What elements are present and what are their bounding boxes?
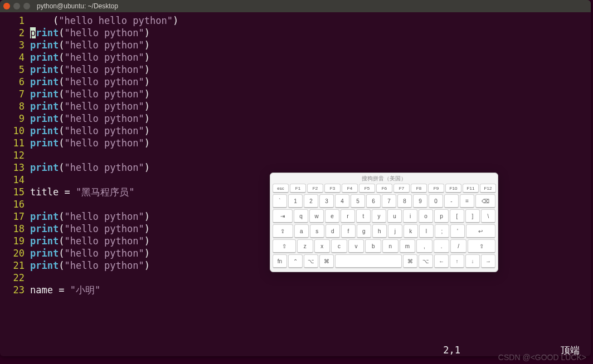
keyboard-key[interactable]: F9 [428,184,444,193]
keyboard-key[interactable]: ⌥ [419,254,433,268]
keyboard-key[interactable]: m [400,239,416,253]
keyboard-key[interactable]: ⇧ [468,239,495,253]
keyboard-key[interactable]: 0 [429,194,443,208]
keyboard-key[interactable]: ⇪ [273,224,293,238]
code-content[interactable]: print("hello python") [30,259,150,272]
keyboard-key[interactable]: F4 [342,184,358,193]
keyboard-key[interactable]: h [372,224,387,238]
keyboard-key[interactable]: 5 [351,194,365,208]
keyboard-key[interactable]: F10 [445,184,461,193]
code-line[interactable]: 3print("hello python") [0,39,591,51]
code-content[interactable]: name = "小明" [30,284,100,296]
keyboard-key[interactable]: F6 [376,184,392,193]
keyboard-key[interactable]: F8 [411,184,427,193]
keyboard-key[interactable]: u [387,209,402,223]
code-line[interactable]: 9print("hello python") [0,112,591,125]
code-line[interactable]: 23name = "小明" [0,284,591,296]
code-line[interactable]: 1 ("hello hello python") [0,14,591,27]
keyboard-key[interactable]: - [444,194,459,208]
keyboard-key[interactable]: r [341,209,355,223]
code-content[interactable]: print("hello python") [30,223,150,235]
code-line[interactable]: 7print("hello python") [0,88,591,100]
keyboard-key[interactable]: F1 [290,184,306,193]
keyboard-key[interactable]: 3 [319,194,334,208]
code-content[interactable]: ("hello hello python") [30,14,178,27]
keyboard-key[interactable]: F5 [359,184,375,193]
keyboard-key[interactable]: d [325,224,340,238]
code-content[interactable]: print("hello python") [30,161,150,174]
keyboard-key[interactable]: ⌘ [403,254,417,268]
keyboard-key[interactable]: w [309,209,324,223]
onscreen-keyboard[interactable]: 搜狗拼音（美国） escF1F2F3F4F5F6F7F8F9F10F11F12 … [270,173,498,272]
code-content[interactable]: print("hello python") [30,100,150,112]
keyboard-key[interactable]: ⌫ [475,194,495,208]
keyboard-key[interactable]: e [325,209,339,223]
keyboard-key[interactable]: F12 [480,184,496,193]
code-line[interactable]: 2print("hello python") [0,27,591,39]
code-content[interactable]: print("hello python") [30,137,150,149]
keyboard-key[interactable]: c [331,239,347,253]
keyboard-key[interactable]: 2 [304,194,318,208]
code-content[interactable]: print("hello python") [30,88,150,100]
keyboard-key[interactable]: 9 [413,194,427,208]
keyboard-key[interactable]: k [404,224,418,238]
code-content[interactable]: print("hello python") [30,76,150,88]
code-content[interactable]: print("hello python") [30,210,150,223]
keyboard-key[interactable]: 6 [366,194,381,208]
keyboard-key[interactable]: i [403,209,417,223]
keyboard-key[interactable]: ] [465,209,480,223]
keyboard-key[interactable]: ` [273,194,287,208]
code-line[interactable]: 22 [0,272,591,284]
keyboard-key[interactable]: a [294,224,309,238]
code-content[interactable]: print("hello python") [30,235,150,247]
keyboard-key[interactable]: v [348,239,364,253]
keyboard-key[interactable]: 8 [397,194,412,208]
keyboard-key[interactable]: ↑ [450,254,464,268]
keyboard-key[interactable]: 7 [382,194,396,208]
keyboard-key[interactable]: g [357,224,371,238]
keyboard-key[interactable]: ' [450,224,465,238]
keyboard-key[interactable]: s [310,224,324,238]
close-icon[interactable] [3,3,10,9]
keyboard-key[interactable]: \ [481,209,495,223]
code-line[interactable]: 13print("hello python") [0,161,591,174]
code-line[interactable]: 4print("hello python") [0,51,591,63]
keyboard-key[interactable]: z [297,239,313,253]
keyboard-key[interactable]: o [419,209,433,223]
keyboard-key[interactable]: F3 [324,184,341,193]
keyboard-key[interactable]: fn [273,254,287,268]
maximize-icon[interactable] [23,3,30,9]
code-line[interactable]: 10print("hello python") [0,125,591,137]
code-content[interactable]: print("hello python") [30,247,150,259]
keyboard-key[interactable]: ⌘ [319,254,334,268]
keyboard-key[interactable]: ⇥ [273,209,293,223]
titlebar[interactable]: python@ubuntu: ~/Desktop [0,0,591,12]
keyboard-key[interactable]: b [365,239,381,253]
minimize-icon[interactable] [13,3,20,9]
keyboard-key[interactable]: j [388,224,402,238]
keyboard-key[interactable]: F11 [463,184,479,193]
keyboard-key[interactable]: ⌥ [304,254,318,268]
code-line[interactable]: 5print("hello python") [0,63,591,76]
keyboard-key[interactable]: ⌃ [288,254,303,268]
code-line[interactable]: 12 [0,149,591,161]
keyboard-key[interactable]: 4 [335,194,349,208]
code-content[interactable]: print("hello python") [30,112,150,125]
keyboard-key[interactable]: , [416,239,432,253]
keyboard-key[interactable]: l [419,224,434,238]
keyboard-key[interactable]: ↩ [466,224,495,238]
keyboard-key[interactable]: y [372,209,386,223]
keyboard-key[interactable]: F2 [307,184,323,193]
keyboard-key[interactable]: 1 [288,194,303,208]
code-line[interactable]: 8print("hello python") [0,100,591,112]
keyboard-key[interactable] [335,254,402,268]
code-content[interactable]: title = "黑马程序员" [30,186,134,198]
keyboard-key[interactable]: p [434,209,449,223]
keyboard-key[interactable]: x [314,239,330,253]
code-content[interactable]: print("hello python") [30,51,150,63]
keyboard-key[interactable]: [ [450,209,464,223]
keyboard-key[interactable]: n [382,239,398,253]
keyboard-key[interactable]: → [481,254,495,268]
keyboard-key[interactable]: F7 [393,184,410,193]
keyboard-key[interactable]: t [356,209,371,223]
